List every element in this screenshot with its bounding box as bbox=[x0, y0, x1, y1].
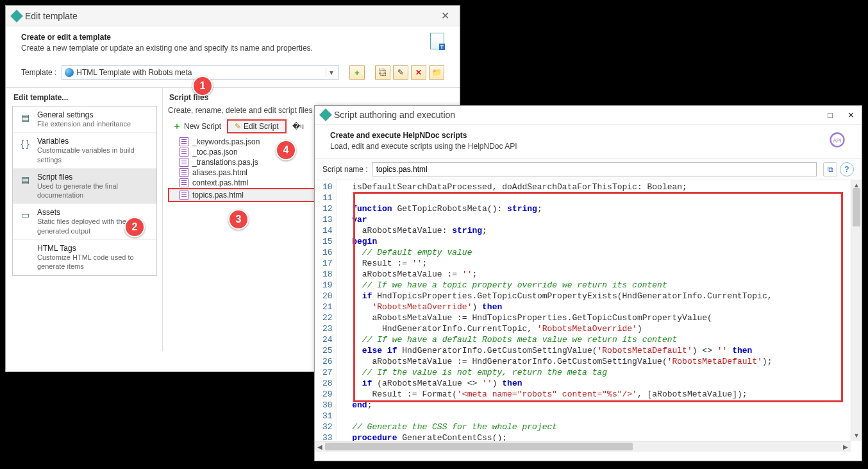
add-template-button[interactable]: ＋ bbox=[349, 65, 365, 80]
close-icon[interactable]: ✕ bbox=[437, 10, 453, 22]
category-icon: ▤ bbox=[18, 173, 32, 187]
callout-3: 3 bbox=[228, 209, 249, 230]
category-icon: { } bbox=[18, 137, 32, 151]
horizontal-scrollbar[interactable]: ◀ ▶ bbox=[315, 441, 851, 452]
file-name: aliases.pas.html bbox=[192, 168, 247, 177]
file-icon bbox=[179, 148, 188, 157]
file-icon bbox=[179, 191, 188, 200]
script-name-label: Script name : bbox=[322, 165, 368, 174]
category-title: Script files bbox=[37, 173, 151, 182]
close-icon[interactable]: ✕ bbox=[846, 110, 855, 119]
window-title: Edit template bbox=[25, 11, 437, 21]
delete-template-button[interactable]: ✕ bbox=[411, 65, 426, 80]
code-editor[interactable]: 1011121314151617181920212223242526272829… bbox=[315, 180, 862, 452]
right-heading: Script files bbox=[169, 93, 455, 102]
template-icon bbox=[430, 33, 444, 49]
header-title: Create or edit a template bbox=[21, 33, 430, 42]
chevron-down-icon[interactable]: ▾ bbox=[326, 68, 336, 77]
script-name-input[interactable] bbox=[372, 162, 817, 176]
scroll-right-icon[interactable]: ▶ bbox=[840, 441, 851, 452]
titlebar[interactable]: Edit template ✕ bbox=[6, 6, 460, 26]
file-name: _translations.pas.js bbox=[192, 158, 258, 167]
help-button[interactable]: ? bbox=[840, 162, 854, 176]
category-sub: Customizable variables in build settings bbox=[37, 146, 151, 164]
plus-icon: ＋ bbox=[172, 121, 181, 132]
app-icon bbox=[319, 108, 332, 121]
rename-template-button[interactable]: ✎ bbox=[393, 65, 408, 80]
scroll-down-icon[interactable]: ▼ bbox=[851, 431, 862, 441]
category-title: HTML Tags bbox=[37, 244, 151, 253]
maximize-icon[interactable]: □ bbox=[826, 110, 835, 119]
vertical-scrollbar[interactable]: ▲ ▼ bbox=[851, 180, 862, 441]
category-sub: File extension and inheritance bbox=[37, 119, 131, 128]
file-icon bbox=[179, 168, 188, 177]
file-name: _toc.pas.json bbox=[192, 148, 238, 157]
category-title: Assets bbox=[37, 208, 151, 217]
header-block: Create and execute HelpNDoc scripts Load… bbox=[315, 124, 862, 158]
template-label: Template : bbox=[21, 68, 56, 77]
titlebar[interactable]: Script authoring and execution □ ✕ bbox=[315, 106, 862, 124]
file-name: topics.pas.html bbox=[192, 191, 244, 200]
run-script-button[interactable]: ⧉ bbox=[823, 162, 837, 176]
category-sub: Customize HTML code used to generate ite… bbox=[37, 253, 151, 271]
file-name: context.pas.html bbox=[192, 178, 248, 187]
category-item-0[interactable]: ▤General settingsFile extension and inhe… bbox=[13, 107, 156, 133]
copy-template-button[interactable]: ⿻ bbox=[375, 65, 390, 80]
file-icon bbox=[179, 158, 188, 167]
api-gear-icon: API bbox=[828, 131, 846, 149]
svg-text:API: API bbox=[833, 138, 841, 144]
file-icon bbox=[179, 178, 188, 187]
category-icon: ▤ bbox=[18, 110, 32, 124]
code-area[interactable]: isDefaultSearchDataProcessed, doAddSearc… bbox=[337, 180, 862, 452]
script-authoring-window: Script authoring and execution □ ✕ Creat… bbox=[314, 105, 862, 461]
scroll-thumb[interactable] bbox=[853, 188, 860, 226]
window-title: Script authoring and execution bbox=[334, 110, 826, 120]
file-name: _keywords.pas.json bbox=[192, 137, 260, 146]
scroll-left-icon[interactable]: ◀ bbox=[315, 441, 325, 452]
category-item-1[interactable]: { }VariablesCustomizable variables in bu… bbox=[13, 133, 156, 169]
callout-2: 2 bbox=[124, 217, 145, 237]
new-script-button[interactable]: ＋New Script bbox=[168, 119, 226, 134]
open-folder-button[interactable]: 📁 bbox=[429, 65, 444, 80]
header-subtitle: Create a new template or update an exist… bbox=[21, 44, 430, 53]
callout-1: 1 bbox=[192, 76, 213, 96]
file-icon bbox=[179, 137, 188, 146]
category-icon bbox=[18, 244, 32, 258]
scroll-thumb[interactable] bbox=[325, 443, 633, 450]
rename-script-button[interactable]: �וי bbox=[288, 120, 308, 133]
left-heading: Edit template... bbox=[13, 93, 157, 102]
category-sub: Used to generate the final documentation bbox=[37, 182, 151, 200]
callout-4: 4 bbox=[276, 140, 296, 160]
app-icon bbox=[10, 10, 23, 22]
template-row: Template : HTML Template with Robots met… bbox=[6, 60, 460, 88]
category-title: Variables bbox=[37, 137, 151, 146]
globe-icon bbox=[65, 68, 74, 77]
line-gutter: 1011121314151617181920212223242526272829… bbox=[315, 180, 337, 452]
header-block: Create or edit a template Create a new t… bbox=[6, 26, 460, 60]
script-name-row: Script name : ⧉ ? bbox=[315, 158, 862, 180]
category-icon: ▭ bbox=[18, 208, 32, 222]
edit-script-button[interactable]: ✎Edit Script bbox=[227, 119, 287, 133]
pencil-icon: ✎ bbox=[235, 122, 241, 131]
header-title: Create and execute HelpNDoc scripts bbox=[330, 131, 828, 140]
category-item-2[interactable]: ▤Script filesUsed to generate the final … bbox=[13, 169, 156, 205]
header-subtitle: Load, edit and execute scripts using the… bbox=[330, 142, 828, 151]
category-title: General settings bbox=[37, 110, 131, 119]
category-item-4[interactable]: HTML TagsCustomize HTML code used to gen… bbox=[13, 240, 156, 275]
